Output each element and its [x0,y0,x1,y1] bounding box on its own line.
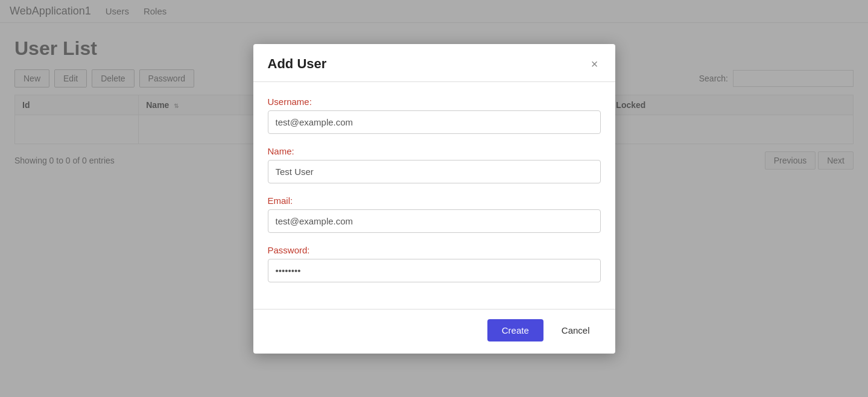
modal-title: Add User [268,56,327,72]
modal-header: Add User × [253,44,615,82]
cancel-button[interactable]: Cancel [551,319,601,341]
modal-close-button[interactable]: × [589,58,601,70]
name-label: Name: [268,146,601,156]
username-field[interactable] [268,110,601,134]
name-field[interactable] [268,160,601,183]
password-group: Password: [268,245,601,282]
name-group: Name: [268,146,601,183]
add-user-modal: Add User × Username: Name: Email: Passwo… [253,44,615,354]
create-button[interactable]: Create [487,319,543,341]
password-label: Password: [268,245,601,255]
password-field[interactable] [268,259,601,282]
email-field[interactable] [268,209,601,233]
username-label: Username: [268,97,601,107]
email-group: Email: [268,195,601,233]
modal-footer: Create Cancel [253,309,615,354]
modal-body: Username: Name: Email: Password: [253,82,615,309]
username-group: Username: [268,97,601,134]
modal-overlay: Add User × Username: Name: Email: Passwo… [0,0,868,397]
email-label: Email: [268,195,601,206]
